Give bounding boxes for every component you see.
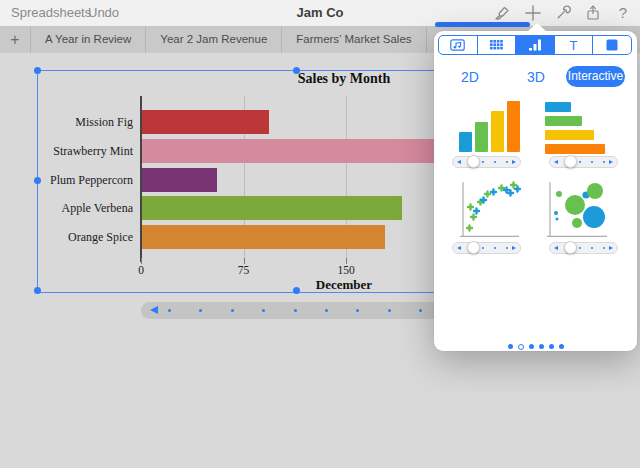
selection-handle-top-left[interactable]	[34, 67, 41, 74]
insert-segmented-control: T	[438, 35, 632, 55]
mini-slider-knob	[467, 155, 480, 168]
selection-handle-left-middle[interactable]	[34, 177, 41, 184]
mini-slider-next-icon	[512, 246, 516, 250]
chart-category-label: Orange Spice	[8, 225, 133, 249]
chart-bar-apple-verbena[interactable]	[142, 196, 402, 220]
share-icon	[584, 4, 602, 22]
table-icon	[490, 40, 503, 51]
segment-tables[interactable]	[477, 36, 516, 54]
toolbar-highlight-bar	[435, 22, 530, 27]
mini-slider-knob	[467, 241, 480, 254]
segment-media[interactable]	[439, 36, 477, 54]
mini-slider-dot	[579, 161, 581, 163]
scatter-chart-icon	[455, 180, 521, 240]
mini-slider[interactable]	[549, 242, 618, 254]
chart-icon	[528, 39, 542, 51]
mini-slider-prev-icon	[554, 246, 558, 250]
chart-category-label: Strawberry Mint	[8, 139, 133, 163]
mini-slider-next-icon	[512, 160, 516, 164]
chart-bar-mission-fig[interactable]	[142, 110, 269, 134]
mini-slider-dot	[482, 247, 484, 249]
share-button[interactable]	[584, 4, 602, 22]
mini-slider-prev-icon	[457, 246, 461, 250]
chart-category-label: Plum Peppercorn	[8, 168, 133, 192]
help-button[interactable]: ?	[614, 4, 632, 22]
shape-square-icon	[606, 39, 618, 51]
mini-slider-dot	[603, 247, 605, 249]
slider-previous-icon[interactable]	[150, 306, 158, 314]
page-dot[interactable]	[559, 344, 564, 349]
mini-slider-dot	[494, 247, 496, 249]
chart-bar-plum-peppercorn[interactable]	[142, 168, 217, 192]
mini-slider[interactable]	[452, 242, 521, 254]
interactive-bubble-chart-thumbnail[interactable]	[545, 180, 611, 244]
chart-title: Sales by Month	[244, 71, 444, 87]
interactive-scatter-chart-thumbnail[interactable]	[455, 180, 521, 244]
text-icon: T	[570, 39, 578, 52]
add-sheet-button[interactable]: +	[0, 26, 30, 53]
interactive-bar-chart-thumbnail[interactable]	[543, 97, 607, 159]
mini-slider-knob	[564, 241, 577, 254]
page-dot-current[interactable]	[518, 344, 524, 350]
segment-shapes[interactable]	[592, 36, 631, 54]
mini-slider-dot	[591, 161, 593, 163]
chart-tick-label: 0	[121, 264, 161, 276]
slider-dot	[325, 309, 328, 312]
selection-handle-bottom-center[interactable]	[293, 287, 300, 294]
bar-chart-icon	[543, 97, 607, 155]
bubble-chart-icon	[545, 180, 611, 240]
mini-slider[interactable]	[452, 156, 521, 168]
tools-button[interactable]	[554, 4, 572, 22]
media-icon	[450, 39, 465, 51]
page-dot[interactable]	[549, 344, 554, 349]
slider-dot	[294, 309, 297, 312]
paintbrush-icon	[493, 4, 511, 22]
slider-dot	[168, 309, 171, 312]
mini-slider-dot	[591, 247, 593, 249]
page-dot[interactable]	[508, 344, 513, 349]
mode-3d-button[interactable]: 3D	[516, 67, 556, 87]
chart-category-label: Mission Fig	[8, 110, 133, 134]
page-dot[interactable]	[529, 344, 534, 349]
chart-x-axis-label: December	[294, 277, 394, 293]
sheet-tab-2[interactable]: Year 2 Jam Revenue	[145, 26, 281, 53]
mini-slider-next-icon	[609, 246, 613, 250]
chart-tick-label: 75	[224, 264, 264, 276]
popover-page-dots[interactable]	[434, 337, 637, 355]
chart-tick-label: 150	[326, 264, 366, 276]
selection-handle-top-center[interactable]	[293, 67, 300, 74]
mini-slider-prev-icon	[554, 160, 558, 164]
slider-dot	[419, 309, 422, 312]
mini-slider-dot	[494, 161, 496, 163]
popover-arrow	[527, 23, 547, 32]
column-chart-icon	[453, 97, 523, 153]
interactive-column-chart-thumbnail[interactable]	[453, 97, 523, 157]
sheet-tab-1[interactable]: A Year in Review	[30, 26, 145, 53]
mini-slider-dot	[506, 161, 508, 163]
mini-slider-knob	[564, 155, 577, 168]
mini-slider-dot	[506, 247, 508, 249]
sheet-tab-3[interactable]: Farmers’ Market Sales	[281, 26, 425, 53]
mode-interactive-button[interactable]: Interactive	[566, 66, 625, 87]
selection-handle-bottom-left[interactable]	[34, 287, 41, 294]
wrench-icon	[554, 4, 572, 22]
chart-bar-orange-spice[interactable]	[142, 225, 385, 249]
mini-slider[interactable]	[549, 156, 618, 168]
segment-charts[interactable]	[515, 36, 554, 54]
slider-dot	[388, 309, 391, 312]
mini-slider-next-icon	[609, 160, 613, 164]
chart-category-label: Apple Verbena	[8, 196, 133, 220]
plus-icon	[524, 4, 542, 22]
format-brush-button[interactable]	[493, 4, 511, 22]
slider-dot	[199, 309, 202, 312]
mini-slider-dot	[482, 161, 484, 163]
slider-dot	[262, 309, 265, 312]
segment-text[interactable]: T	[554, 36, 593, 54]
insert-button[interactable]	[524, 4, 542, 22]
chart-bar-strawberry-mint[interactable]	[142, 139, 436, 163]
mode-2d-button[interactable]: 2D	[450, 67, 490, 87]
page-dot[interactable]	[539, 344, 544, 349]
mini-slider-prev-icon	[457, 160, 461, 164]
insert-popover: T 2D 3D Interactive	[434, 31, 637, 351]
mini-slider-dot	[603, 161, 605, 163]
